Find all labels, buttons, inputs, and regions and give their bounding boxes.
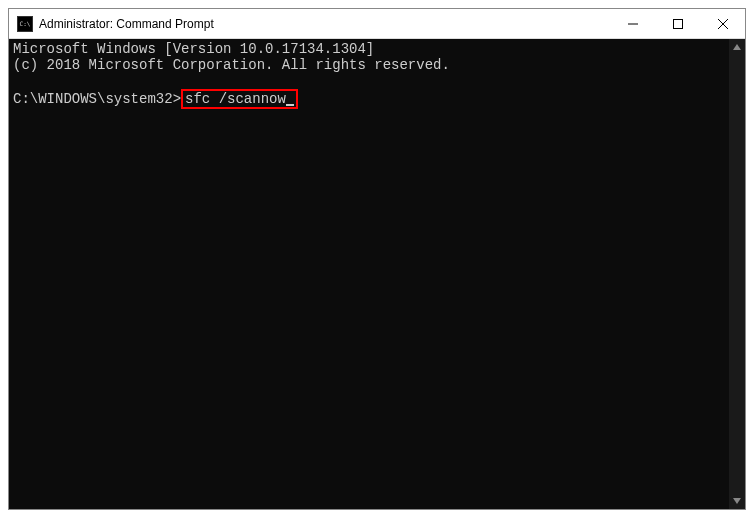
- titlebar[interactable]: C:\ Administrator: Command Prompt: [9, 9, 745, 39]
- text-cursor: [286, 104, 294, 106]
- svg-rect-1: [673, 19, 682, 28]
- scroll-up-icon[interactable]: [729, 39, 745, 55]
- vertical-scrollbar[interactable]: [729, 39, 745, 509]
- highlighted-command-box: sfc /scannow: [181, 89, 298, 109]
- command-prompt-window: C:\ Administrator: Command Prompt Micros…: [8, 8, 746, 510]
- terminal-command: sfc /scannow: [185, 91, 286, 107]
- close-button[interactable]: [700, 9, 745, 38]
- window-controls: [610, 9, 745, 38]
- terminal-container: Microsoft Windows [Version 10.0.17134.13…: [9, 39, 745, 509]
- terminal-output[interactable]: Microsoft Windows [Version 10.0.17134.13…: [9, 39, 729, 509]
- maximize-button[interactable]: [655, 9, 700, 38]
- terminal-line-copyright: (c) 2018 Microsoft Corporation. All righ…: [13, 57, 450, 73]
- cmd-icon-glyph: C:\: [20, 21, 31, 27]
- terminal-line-version: Microsoft Windows [Version 10.0.17134.13…: [13, 41, 374, 57]
- minimize-button[interactable]: [610, 9, 655, 38]
- scroll-down-icon[interactable]: [729, 493, 745, 509]
- cmd-icon: C:\: [17, 16, 33, 32]
- window-title: Administrator: Command Prompt: [39, 17, 610, 31]
- terminal-prompt: C:\WINDOWS\system32>: [13, 91, 181, 107]
